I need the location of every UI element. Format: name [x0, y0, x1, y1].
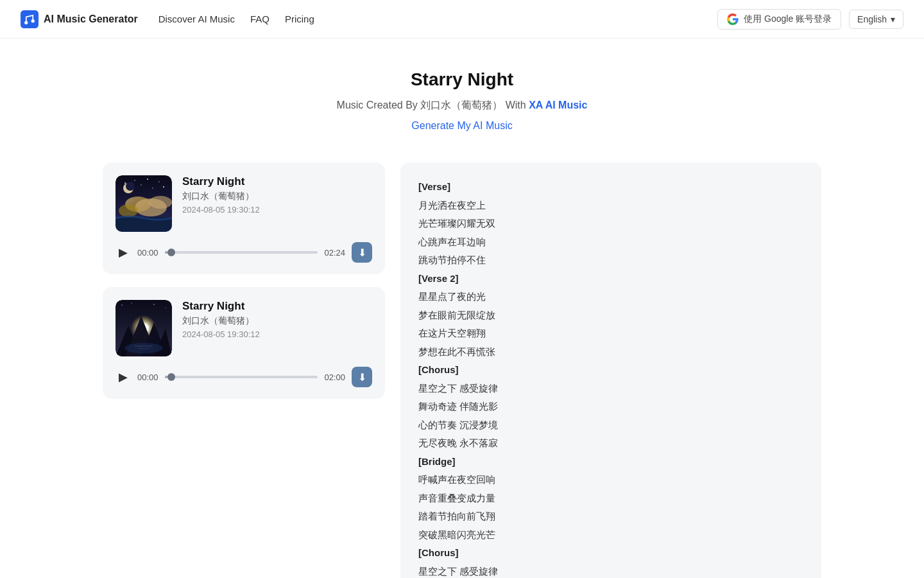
play-button-2[interactable]: ▶ — [116, 370, 131, 384]
track-title-2: Starry Night — [182, 300, 372, 313]
lyric-line: 星星点了夜的光 — [418, 288, 803, 306]
track-artist-1: 刘口水（葡萄猪） — [182, 191, 372, 202]
nav-faq[interactable]: FAQ — [250, 13, 270, 24]
lyric-line: 心的节奏 沉浸梦境 — [418, 416, 803, 435]
lyric-line: 星空之下 感受旋律 — [418, 380, 803, 398]
logo-icon — [21, 10, 38, 28]
hero-section: Starry Night Music Created By 刘口水（葡萄猪） W… — [0, 39, 924, 152]
time-total-1: 02:24 — [324, 248, 345, 258]
lyric-line: 舞动奇迹 伴随光影 — [418, 398, 803, 416]
google-icon — [727, 13, 739, 25]
svg-point-17 — [149, 196, 172, 209]
progress-bar-1[interactable] — [165, 251, 318, 254]
svg-point-6 — [147, 179, 148, 180]
lyric-line: [Chorus] — [418, 361, 803, 380]
track-info-2: Starry Night 刘口水（葡萄猪） 2024-08-05 19:30:1… — [182, 300, 372, 339]
nav-right: 使用 Google 账号登录 English ▾ — [717, 9, 903, 30]
time-current-1: 00:00 — [137, 248, 158, 258]
lyric-line: [Chorus] — [418, 544, 803, 563]
google-login-label: 使用 Google 账号登录 — [744, 13, 832, 25]
lyric-line: 声音重叠变成力量 — [418, 489, 803, 508]
svg-point-21 — [131, 302, 132, 303]
time-current-2: 00:00 — [137, 372, 158, 382]
download-button-2[interactable]: ⬇ — [352, 367, 372, 387]
lyric-line: 心跳声在耳边响 — [418, 233, 803, 252]
nav-discover[interactable]: Discover AI Music — [158, 13, 235, 24]
player-column: Starry Night 刘口水（葡萄猪） 2024-08-05 19:30:1… — [103, 162, 385, 578]
generate-cta-link[interactable]: Generate My AI Music — [411, 120, 512, 131]
lyric-line: 在这片天空翱翔 — [418, 324, 803, 343]
svg-point-16 — [119, 204, 138, 217]
nav-links: Discover AI Music FAQ Pricing — [158, 13, 314, 24]
content-area: Starry Night 刘口水（葡萄猪） 2024-08-05 19:30:1… — [0, 152, 924, 578]
album-art-svg-2 — [116, 300, 172, 356]
album-art-svg-1 — [116, 175, 172, 232]
svg-point-7 — [158, 181, 160, 182]
hero-subtitle: Music Created By 刘口水（葡萄猪） With XA AI Mus… — [0, 99, 924, 112]
time-total-2: 02:00 — [324, 372, 345, 382]
language-selector[interactable]: English ▾ — [849, 10, 903, 29]
svg-point-8 — [163, 186, 164, 188]
player-controls-1: ▶ 00:00 02:24 ⬇ — [116, 242, 372, 263]
svg-point-1 — [24, 21, 28, 24]
download-icon-2: ⬇ — [358, 371, 366, 383]
svg-point-13 — [126, 182, 135, 191]
lyrics-text: [Verse]月光洒在夜空上光芒璀璨闪耀无双心跳声在耳边响跳动节拍停不住[Ver… — [418, 178, 803, 578]
player-controls-2: ▶ 00:00 02:00 ⬇ — [116, 367, 372, 387]
player-top-1: Starry Night 刘口水（葡萄猪） 2024-08-05 19:30:1… — [116, 175, 372, 232]
svg-point-2 — [31, 19, 35, 22]
svg-point-23 — [165, 307, 166, 308]
track-title-1: Starry Night — [182, 175, 372, 188]
lyric-line: 梦想在此不再慌张 — [418, 343, 803, 362]
album-art-2 — [116, 300, 172, 356]
logo-text: AI Music Generator — [44, 13, 138, 25]
lyric-line: 无尽夜晚 永不落寂 — [418, 434, 803, 453]
progress-bar-2[interactable] — [165, 376, 318, 378]
hero-brand-link[interactable]: XA AI Music — [529, 100, 587, 110]
svg-point-11 — [141, 184, 141, 185]
chevron-down-icon: ▾ — [891, 14, 895, 24]
lyric-line: [Verse] — [418, 178, 803, 197]
lyric-line: [Verse 2] — [418, 270, 803, 288]
track-artist-2: 刘口水（葡萄猪） — [182, 315, 372, 327]
player-card-2: Starry Night 刘口水（葡萄猪） 2024-08-05 19:30:1… — [103, 287, 385, 399]
download-icon-1: ⬇ — [358, 247, 366, 259]
lyrics-column: [Verse]月光洒在夜空上光芒璀璨闪耀无双心跳声在耳边响跳动节拍停不住[Ver… — [400, 162, 821, 578]
svg-point-22 — [153, 304, 155, 305]
lyric-line: 踏着节拍向前飞翔 — [418, 507, 803, 526]
lyric-line: 星空之下 感受旋律 — [418, 563, 803, 579]
svg-point-10 — [152, 188, 153, 189]
track-date-2: 2024-08-05 19:30:12 — [182, 329, 372, 339]
track-date-1: 2024-08-05 19:30:12 — [182, 205, 372, 215]
play-button-1[interactable]: ▶ — [116, 245, 131, 259]
progress-thumb-1 — [167, 249, 175, 256]
svg-rect-0 — [21, 10, 38, 28]
lyric-line: 月光洒在夜空上 — [418, 197, 803, 215]
nav-pricing[interactable]: Pricing — [285, 13, 314, 24]
logo[interactable]: AI Music Generator — [21, 10, 138, 28]
lyric-line: 光芒璀璨闪耀无双 — [418, 215, 803, 233]
google-login-button[interactable]: 使用 Google 账号登录 — [717, 9, 841, 30]
svg-point-5 — [134, 180, 135, 181]
download-button-1[interactable]: ⬇ — [352, 242, 372, 263]
svg-point-30 — [124, 343, 163, 353]
svg-point-4 — [124, 182, 126, 184]
navbar: AI Music Generator Discover AI Music FAQ… — [0, 0, 924, 39]
track-info-1: Starry Night 刘口水（葡萄猪） 2024-08-05 19:30:1… — [182, 175, 372, 215]
lyric-line: 跳动节拍停不住 — [418, 251, 803, 270]
page-title: Starry Night — [0, 69, 924, 90]
hero-subtitle-prefix: Music Created By 刘口水（葡萄猪） With — [337, 100, 529, 110]
lyric-line: [Bridge] — [418, 453, 803, 471]
language-label: English — [857, 14, 887, 24]
lyric-line: 梦在眼前无限绽放 — [418, 306, 803, 325]
player-card-1: Starry Night 刘口水（葡萄猪） 2024-08-05 19:30:1… — [103, 162, 385, 274]
svg-point-20 — [121, 304, 123, 306]
player-top-2: Starry Night 刘口水（葡萄猪） 2024-08-05 19:30:1… — [116, 300, 372, 356]
lyric-line: 突破黑暗闪亮光芒 — [418, 526, 803, 545]
album-art-1 — [116, 175, 172, 232]
progress-thumb-2 — [167, 373, 175, 381]
lyric-line: 呼喊声在夜空回响 — [418, 471, 803, 489]
